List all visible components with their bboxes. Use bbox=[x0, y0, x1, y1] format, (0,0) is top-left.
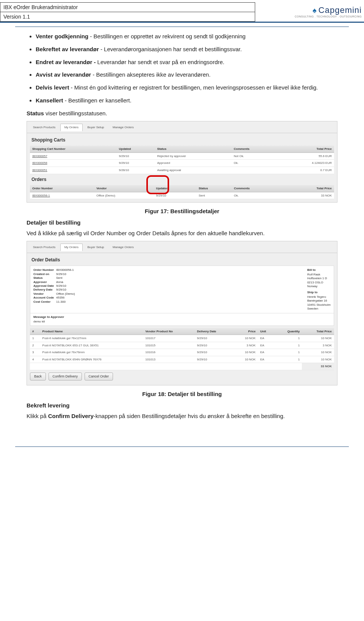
order-meta-left: Order NumberIBX000058-1 Created on9/29/1… bbox=[33, 268, 75, 311]
page-header: IBX eOrder Brukeradministrator ♠Capgemin… bbox=[0, 0, 364, 23]
order-lines-table: # Product Name Vendor Product No Deliver… bbox=[30, 328, 334, 371]
nav-tabs: Search Products My Orders Buyer Setup Ma… bbox=[27, 121, 337, 133]
cancel-order-button[interactable]: Cancel Order bbox=[85, 373, 113, 380]
bekreft-heading: Bekreft levering bbox=[27, 401, 337, 410]
col-updated[interactable]: Updated bbox=[117, 146, 155, 152]
doc-version: Version 1.1 bbox=[0, 12, 255, 22]
col-vendor[interactable]: Vendor bbox=[94, 185, 154, 192]
table-row: IBX0000589/29/10ApprovedOk.4.124023 EUR bbox=[30, 160, 334, 167]
message-to-approver-value: demo kit bbox=[33, 320, 45, 323]
screenshot-order-details: Search Products My Orders Buyer Setup Ma… bbox=[27, 241, 337, 385]
page-body: Venter godkjenning - Bestillingen er opp… bbox=[0, 32, 364, 435]
nav-tabs: Search Products My Orders Buyer Setup Ma… bbox=[27, 241, 337, 253]
bekreft-paragraph: Klikk på Confirm Delivery-knappen på sid… bbox=[27, 412, 337, 420]
tab-manage-orders[interactable]: Manage Orders bbox=[109, 124, 138, 131]
shopping-carts-heading: Shopping Carts bbox=[30, 135, 334, 144]
bullet-kansellert: Kansellert - Bestillingen er kansellert. bbox=[36, 96, 337, 105]
capgemini-logo: ♠Capgemini CONSULTING . TECHNOLOGY . OUT… bbox=[295, 5, 362, 18]
tab-my-orders[interactable]: My Orders bbox=[60, 124, 83, 131]
tab-search[interactable]: Search Products bbox=[29, 124, 59, 131]
detaljer-paragraph: Ved å klikke på særlig vil Order Number … bbox=[27, 229, 337, 237]
bullet-bekreftet: Bekreftet av leverandør - Leverandørorga… bbox=[36, 45, 337, 53]
order-details-heading: Order Details bbox=[30, 255, 334, 264]
order-total: 33 NOK bbox=[302, 363, 334, 370]
header-divider bbox=[15, 27, 349, 27]
col-total-price[interactable]: Total Price bbox=[278, 146, 334, 152]
col-status[interactable]: Status bbox=[155, 146, 231, 152]
col-total-price[interactable]: Total Price bbox=[283, 185, 334, 192]
figure-18-caption: Figur 18: Detaljer til bestilling bbox=[27, 390, 337, 398]
table-row: IBX000058-1Office (Demo)9/29/10SentOk.33… bbox=[30, 192, 334, 199]
footer-divider bbox=[15, 446, 349, 447]
bullet-avvist: Avvist av leverandør - Bestillingen akse… bbox=[36, 71, 337, 79]
table-row: 3Post-it notatblokk gul 76x76mm1010169/2… bbox=[30, 349, 334, 356]
col-order-number[interactable]: Order Number bbox=[30, 185, 94, 192]
orders-heading: Orders bbox=[30, 174, 334, 184]
table-row: 1Post-it notatblokk gul 76x127mm1010179/… bbox=[30, 335, 334, 342]
doc-title: IBX eOrder Brukeradministrator bbox=[0, 3, 255, 12]
tab-manage-orders[interactable]: Manage Orders bbox=[109, 244, 138, 251]
orders-table: Order Number Vendor Updated Status Comme… bbox=[30, 185, 334, 199]
confirm-delivery-button[interactable]: Confirm Delivery bbox=[49, 373, 82, 380]
bill-ship-col: Bill to Rolf Rask Hoffsveien 1 D 0213 OS… bbox=[307, 268, 331, 311]
status-bullet-list: Venter godkjenning - Bestillingen er opp… bbox=[36, 32, 337, 105]
tab-search[interactable]: Search Products bbox=[29, 244, 59, 251]
spade-icon: ♠ bbox=[312, 6, 317, 14]
tab-my-orders[interactable]: My Orders bbox=[60, 244, 83, 251]
bullet-venter: Venter godkjenning - Bestillingen er opp… bbox=[36, 32, 337, 41]
col-cart-number[interactable]: Shopping Cart Number bbox=[30, 146, 117, 152]
back-button[interactable]: Back bbox=[30, 373, 46, 380]
bullet-delvis: Delvis levert - Minst én god kvittering … bbox=[36, 83, 337, 92]
table-row: IBX0000519/28/10Awaiting approval0.7 EUR bbox=[30, 167, 334, 174]
tab-buyer-setup[interactable]: Buyer Setup bbox=[84, 244, 108, 251]
col-status[interactable]: Status bbox=[196, 185, 232, 192]
detaljer-heading: Detaljer til bestilling bbox=[27, 219, 337, 227]
tab-buyer-setup[interactable]: Buyer Setup bbox=[84, 124, 108, 131]
status-paragraph: Status viser bestillingsstatusen. bbox=[27, 109, 337, 118]
table-row: IBX0000579/29/10Rejected by approverNot … bbox=[30, 152, 334, 160]
bullet-endret: Endret av leverandør - Leverandør har se… bbox=[36, 58, 337, 66]
table-row: 4Post-it NOTATBLOKK 654N GRØNN 76X761010… bbox=[30, 356, 334, 363]
col-comments[interactable]: Comments bbox=[232, 185, 283, 192]
shopping-carts-table: Shopping Cart Number Updated Status Comm… bbox=[30, 146, 334, 174]
table-row: 2Post-it NOTATBLOKK 653-1T GUL 38X511010… bbox=[30, 342, 334, 349]
status-highlight-box bbox=[146, 175, 169, 194]
message-to-approver-label: Message to Approver bbox=[33, 315, 64, 319]
figure-17-caption: Figur 17: Bestillingsdetaljer bbox=[27, 207, 337, 215]
col-comments[interactable]: Comments bbox=[232, 146, 278, 152]
screenshot-bestillingsdetaljer: Search Products My Orders Buyer Setup Ma… bbox=[27, 121, 337, 203]
